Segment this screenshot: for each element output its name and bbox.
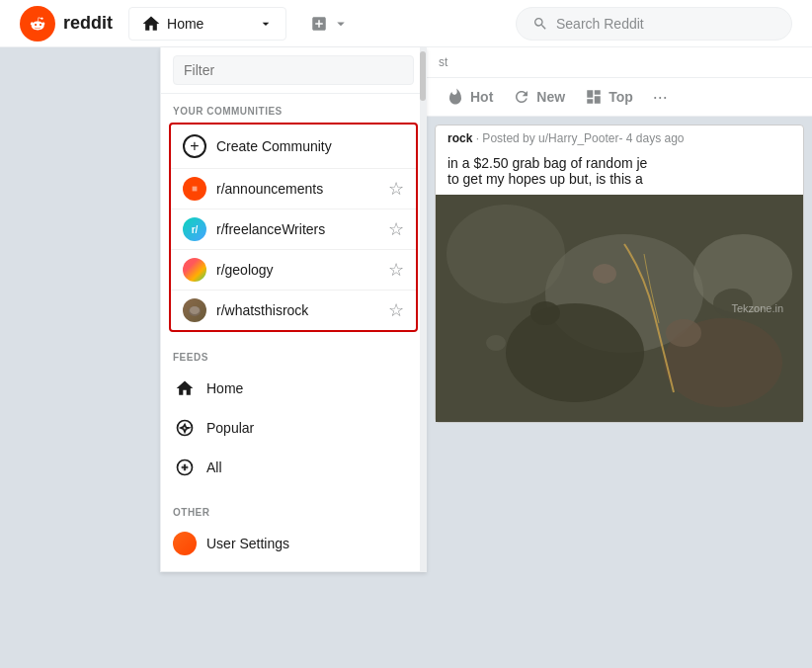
whatsthisrock-avatar [183, 298, 206, 322]
feeds-section: FEEDS Home Popular [161, 340, 426, 495]
popular-feed-label: Popular [206, 420, 254, 436]
feed-item-all[interactable]: All [161, 448, 426, 487]
reddit-logo-icon [20, 6, 55, 42]
hot-label: Hot [470, 89, 493, 105]
scrollbar-track[interactable] [420, 47, 426, 571]
filter-input[interactable] [173, 55, 414, 85]
geology-name: r/geology [216, 262, 378, 278]
popular-feed-icon [173, 416, 197, 440]
topbar-right: Search Reddit [516, 7, 792, 41]
hot-icon [447, 88, 464, 106]
post-image: Tekzone.in [436, 195, 803, 422]
rock-icon [187, 302, 203, 318]
right-content-area: st Hot New Top ··· rock · Posted by [427, 47, 812, 668]
post-subreddit-snippet: st [439, 55, 447, 69]
sort-new-button[interactable]: New [505, 82, 573, 112]
search-placeholder: Search Reddit [556, 16, 644, 32]
user-settings-label: User Settings [206, 536, 289, 551]
dropdown-panel: YOUR COMMUNITIES + Create Community r/an… [160, 47, 427, 572]
more-button[interactable]: ··· [645, 83, 676, 112]
home-feed-icon [173, 376, 197, 400]
announcements-avatar [183, 177, 206, 201]
community-item-announcements[interactable]: r/announcements ☆ [171, 168, 416, 209]
top-label: Top [609, 89, 633, 105]
icon-buttons-group [310, 14, 350, 34]
whatsthisrock-star-icon[interactable]: ☆ [388, 299, 404, 321]
home-label: Home [167, 16, 203, 32]
home-feed-label: Home [206, 380, 243, 396]
all-feed-label: All [206, 459, 222, 475]
all-feed-icon [173, 456, 197, 479]
create-post-icon[interactable] [310, 14, 328, 34]
new-label: New [536, 89, 565, 105]
chevron-down-topbar-icon[interactable] [332, 14, 350, 34]
communities-highlight-box: + Create Community r/announcements ☆ r/ … [169, 123, 418, 332]
feeds-label: FEEDS [161, 340, 426, 369]
create-community-item[interactable]: + Create Community [171, 125, 416, 168]
announcements-star-icon[interactable]: ☆ [388, 178, 404, 200]
home-dropdown-button[interactable]: Home [128, 7, 286, 41]
svg-point-14 [666, 319, 701, 347]
feed-item-home[interactable]: Home [161, 369, 426, 408]
sort-bar: Hot New Top ··· [427, 78, 812, 117]
post-card: rock · Posted by u/Harry_Pooter- Posted … [435, 125, 804, 423]
sort-hot-button[interactable]: Hot [439, 82, 501, 112]
top-icon [585, 88, 603, 106]
freelancewriters-star-icon[interactable]: ☆ [388, 218, 404, 240]
geology-star-icon[interactable]: ☆ [388, 259, 404, 281]
announcements-name: r/announcements [216, 181, 378, 197]
svg-point-3 [190, 306, 200, 314]
svg-point-13 [530, 301, 560, 325]
post-subreddit-name[interactable]: rock [447, 131, 472, 145]
freelancewriters-avatar: r/ [183, 217, 206, 241]
geology-avatar [183, 258, 206, 282]
community-item-freelancewriters[interactable]: r/ r/freelanceWriters ☆ [171, 209, 416, 249]
post-meta: rock · Posted by u/Harry_Pooter- Posted … [436, 125, 803, 151]
scrollbar-thumb[interactable] [420, 51, 426, 101]
topbar: reddit Home Search Reddit [0, 0, 812, 47]
content-top-bar: st [427, 47, 812, 78]
your-communities-label: YOUR COMMUNITIES [161, 94, 426, 123]
search-bar[interactable]: Search Reddit [516, 7, 792, 41]
new-icon [513, 88, 530, 106]
svg-point-15 [593, 264, 616, 284]
reddit-logo[interactable]: reddit [20, 6, 113, 42]
user-settings-avatar [173, 532, 197, 555]
svg-point-17 [486, 335, 506, 351]
search-icon [532, 16, 548, 32]
sort-top-button[interactable]: Top [577, 82, 641, 112]
create-community-label: Create Community [216, 138, 332, 154]
post-author[interactable]: u/Harry_Pooter- [538, 131, 622, 145]
svg-point-11 [506, 303, 644, 402]
other-label: OTHER [161, 495, 426, 524]
rock-image-placeholder: Tekzone.in [436, 195, 803, 422]
community-item-geology[interactable]: r/geology ☆ [171, 249, 416, 290]
user-settings-item[interactable]: User Settings [161, 524, 426, 563]
feed-item-popular[interactable]: Popular [161, 408, 426, 448]
plus-icon: + [183, 134, 206, 158]
community-item-whatsthisrock[interactable]: r/whatsthisrock ☆ [171, 290, 416, 330]
whatsthisrock-name: r/whatsthisrock [216, 302, 378, 318]
filter-input-wrap [161, 47, 426, 94]
home-nav-icon [141, 14, 161, 34]
watermark: Tekzone.in [731, 302, 783, 314]
freelancewriters-name: r/freelanceWriters [216, 221, 378, 237]
post-text: in a $2.50 grab bag of random je to get … [436, 151, 803, 195]
chevron-down-icon [258, 16, 274, 32]
other-section: OTHER User Settings [161, 495, 426, 571]
left-background [0, 47, 160, 668]
svg-point-6 [183, 465, 188, 470]
reddit-logo-text: reddit [63, 13, 113, 34]
